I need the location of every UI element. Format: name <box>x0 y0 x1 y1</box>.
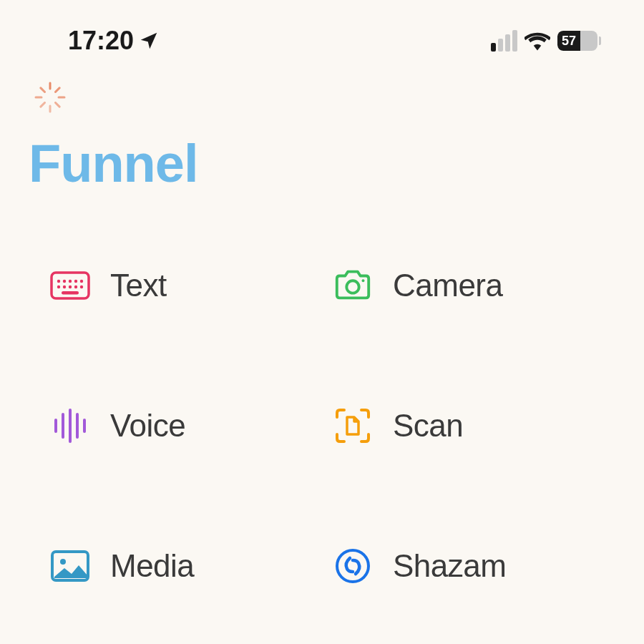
battery-percent: 57 <box>562 34 576 49</box>
svg-point-20 <box>346 280 358 293</box>
status-left: 17:20 <box>68 26 160 56</box>
svg-point-14 <box>57 286 60 288</box>
svg-line-5 <box>41 103 45 107</box>
svg-point-28 <box>60 559 66 565</box>
grid-item-label: Camera <box>393 268 503 303</box>
scan-document-icon <box>333 406 373 446</box>
location-arrow-icon <box>138 30 160 52</box>
loading-spinner-icon <box>33 80 644 117</box>
svg-point-21 <box>362 279 365 282</box>
status-time: 17:20 <box>68 26 134 56</box>
media-image-icon <box>50 546 90 586</box>
svg-point-15 <box>63 286 66 288</box>
svg-point-10 <box>63 280 66 283</box>
svg-point-16 <box>69 286 72 288</box>
svg-point-17 <box>74 286 77 288</box>
grid-item-label: Media <box>110 548 194 584</box>
svg-point-9 <box>57 280 60 283</box>
grid-item-scan[interactable]: Scan <box>333 406 594 446</box>
svg-point-12 <box>74 280 77 283</box>
battery-indicator: 57 <box>557 31 601 51</box>
svg-point-13 <box>80 280 83 283</box>
grid-item-text[interactable]: Text <box>50 265 311 306</box>
keyboard-icon <box>50 265 90 306</box>
grid-item-media[interactable]: Media <box>50 546 311 586</box>
svg-line-3 <box>56 103 60 107</box>
action-grid: Text Camera Voice <box>0 194 644 586</box>
grid-item-shazam[interactable]: Shazam <box>333 546 594 586</box>
grid-item-label: Voice <box>110 408 185 444</box>
camera-icon <box>333 265 373 306</box>
svg-point-11 <box>69 280 72 283</box>
svg-point-18 <box>80 286 83 288</box>
status-bar: 17:20 57 <box>0 0 644 56</box>
svg-line-1 <box>56 88 60 92</box>
grid-item-label: Text <box>110 268 167 303</box>
page-title: Funnel <box>29 133 644 194</box>
svg-point-29 <box>337 550 369 582</box>
svg-rect-19 <box>62 291 79 294</box>
shazam-icon <box>333 546 373 586</box>
cellular-signal-icon <box>491 30 517 52</box>
grid-item-camera[interactable]: Camera <box>333 265 594 306</box>
grid-item-label: Scan <box>393 408 463 444</box>
status-right: 57 <box>491 30 601 52</box>
grid-item-label: Shazam <box>393 548 506 584</box>
grid-item-voice[interactable]: Voice <box>50 406 311 446</box>
wifi-icon <box>525 31 550 51</box>
svg-line-7 <box>41 88 45 92</box>
voice-wave-icon <box>50 406 90 446</box>
